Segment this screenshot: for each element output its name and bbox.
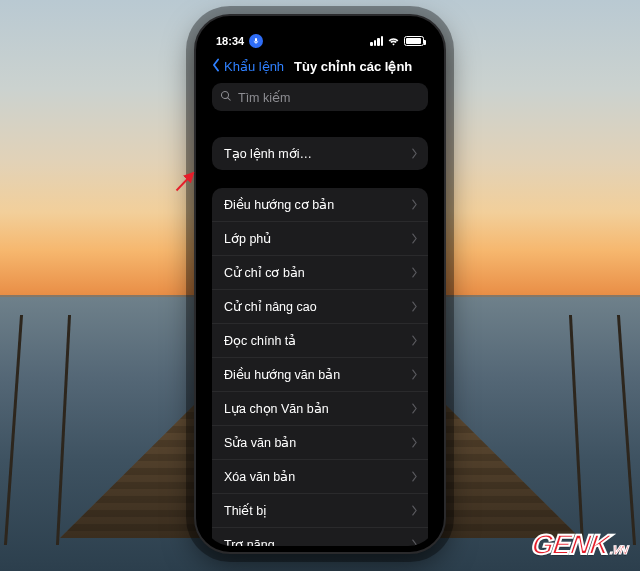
chevron-right-icon	[411, 233, 418, 244]
chevron-right-icon	[411, 369, 418, 380]
chevron-left-icon	[210, 58, 222, 75]
category-row[interactable]: Xóa văn bản	[212, 459, 428, 493]
brand-logo: GENK.VN	[530, 529, 630, 561]
category-row[interactable]: Cử chỉ nâng cao	[212, 289, 428, 323]
category-row[interactable]: Trợ năng	[212, 527, 428, 546]
back-label: Khẩu lệnh	[224, 59, 284, 74]
brand-suffix: .VN	[609, 543, 628, 557]
category-row[interactable]: Đọc chính tả	[212, 323, 428, 357]
chevron-right-icon	[411, 437, 418, 448]
row-label: Cử chỉ cơ bản	[224, 265, 305, 280]
chevron-right-icon	[411, 505, 418, 516]
category-row[interactable]: Cử chỉ cơ bản	[212, 255, 428, 289]
categories-group: Điều hướng cơ bảnLớp phủCử chỉ cơ bảnCử …	[212, 188, 428, 546]
create-group: Tạo lệnh mới…	[212, 137, 428, 170]
chevron-right-icon	[411, 403, 418, 414]
battery-icon	[404, 36, 424, 46]
row-label: Xóa văn bản	[224, 469, 295, 484]
search-icon	[220, 90, 232, 105]
category-row[interactable]: Sửa văn bản	[212, 425, 428, 459]
row-label: Tạo lệnh mới…	[224, 146, 312, 161]
chevron-right-icon	[411, 148, 418, 159]
chevron-right-icon	[411, 335, 418, 346]
row-label: Lớp phủ	[224, 231, 271, 246]
status-time: 18:34	[216, 35, 244, 47]
chevron-right-icon	[411, 471, 418, 482]
row-label: Điều hướng cơ bản	[224, 197, 334, 212]
notch	[262, 16, 378, 40]
row-label: Thiết bị	[224, 503, 267, 518]
page-title: Tùy chỉnh các lệnh	[294, 59, 412, 74]
category-row[interactable]: Lớp phủ	[212, 221, 428, 255]
cellular-signal-icon	[370, 36, 383, 46]
row-label: Trợ năng	[224, 537, 275, 546]
chevron-right-icon	[411, 199, 418, 210]
search-placeholder: Tìm kiếm	[238, 90, 290, 105]
category-row[interactable]: Thiết bị	[212, 493, 428, 527]
back-button[interactable]: Khẩu lệnh	[210, 58, 284, 75]
category-row[interactable]: Điều hướng cơ bản	[212, 188, 428, 221]
brand-name: GENK	[530, 529, 611, 560]
search-input[interactable]: Tìm kiếm	[212, 83, 428, 111]
row-label: Cử chỉ nâng cao	[224, 299, 317, 314]
chevron-right-icon	[411, 539, 418, 546]
chevron-right-icon	[411, 301, 418, 312]
nav-bar: Khẩu lệnh Tùy chỉnh các lệnh	[202, 52, 438, 83]
wifi-icon	[387, 36, 400, 46]
create-new-command-row[interactable]: Tạo lệnh mới…	[212, 137, 428, 170]
chevron-right-icon	[411, 267, 418, 278]
row-label: Sửa văn bản	[224, 435, 296, 450]
iphone-frame: 18:34 Khẩu lệnh Tùy chỉnh các lệnh	[194, 14, 446, 554]
screen: 18:34 Khẩu lệnh Tùy chỉnh các lệnh	[202, 22, 438, 546]
category-row[interactable]: Lựa chọn Văn bản	[212, 391, 428, 425]
row-label: Điều hướng văn bản	[224, 367, 340, 382]
row-label: Lựa chọn Văn bản	[224, 401, 329, 416]
row-label: Đọc chính tả	[224, 333, 296, 348]
voice-control-indicator-icon	[249, 34, 263, 48]
category-row[interactable]: Điều hướng văn bản	[212, 357, 428, 391]
